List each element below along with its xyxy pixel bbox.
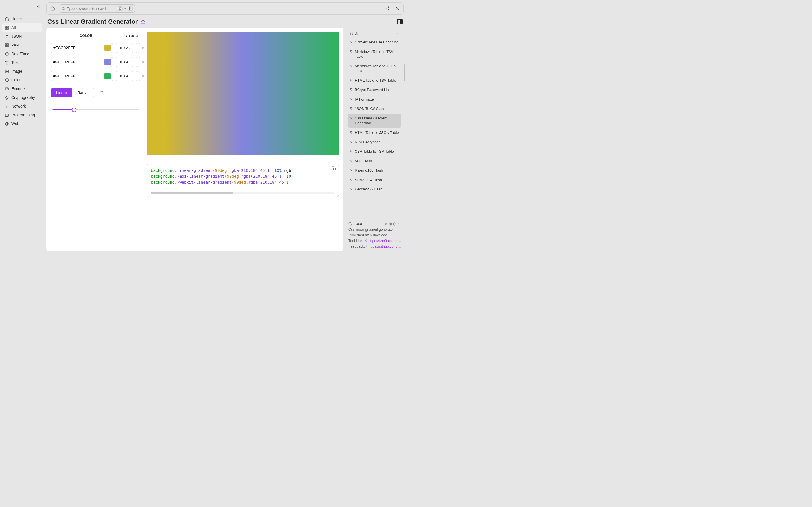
share-icon[interactable]	[384, 5, 391, 12]
bolt-icon	[384, 222, 388, 226]
rail-item[interactable]: SHA3_384 Hash	[348, 175, 402, 184]
slider-thumb[interactable]	[72, 108, 77, 112]
sidebar-item-cryptography[interactable]: Cryptography	[2, 93, 42, 102]
hex-field[interactable]	[53, 60, 103, 64]
sidebar-item-label: Text	[11, 60, 18, 65]
sidebar-item-date-time[interactable]: Date/Time	[2, 50, 42, 58]
sidebar-item-yaml[interactable]: YAML	[2, 41, 42, 49]
sidebar-item-web[interactable]: Web	[2, 119, 42, 128]
color-hex-input[interactable]	[51, 57, 113, 67]
sidebar-item-text[interactable]: Text	[2, 58, 42, 67]
delete-row-icon[interactable]: ✕	[142, 46, 145, 50]
color-hex-input[interactable]	[51, 43, 113, 53]
rail-item[interactable]: Signed Binary Converter	[348, 194, 402, 195]
sidebar-item-network[interactable]: Network	[2, 102, 42, 110]
stop-input[interactable]	[136, 57, 140, 67]
rail-item[interactable]: RC4 Decryption	[348, 138, 402, 147]
rail-item[interactable]: IP Formatter	[348, 95, 402, 104]
delete-row-icon[interactable]: ✕	[142, 60, 145, 64]
sidebar-item-json[interactable]: JSON	[2, 32, 42, 41]
rail-item[interactable]: JSON To C# Class	[348, 104, 402, 113]
shortcut-cmd: ⌘	[117, 6, 123, 11]
rail-category-dropdown[interactable]: All	[348, 30, 402, 38]
svg-rect-5	[7, 43, 8, 45]
color-swatch[interactable]	[104, 73, 110, 79]
svg-rect-4	[5, 43, 6, 45]
rail-item[interactable]: Css Linear Gradient Generator	[348, 114, 402, 128]
sidebar-item-all[interactable]: All	[2, 23, 42, 32]
refresh-icon[interactable]	[100, 91, 104, 95]
copy-icon[interactable]	[332, 166, 336, 170]
sidebar-item-label: Color	[11, 78, 20, 82]
sidebar-item-programming[interactable]: Programming	[2, 111, 42, 119]
svg-line-29	[387, 7, 389, 8]
rail-item[interactable]: Ripemd160 Hash	[348, 166, 402, 175]
sidebar-item-image[interactable]: Image	[2, 67, 42, 75]
image-icon	[4, 69, 9, 73]
color-icon	[4, 78, 9, 82]
color-format-select[interactable]: HEXA⌄	[116, 57, 133, 67]
search-box[interactable]: ⌘ + K	[59, 4, 135, 13]
color-format-select[interactable]: HEXA⌄	[116, 71, 133, 81]
home-icon	[4, 17, 9, 21]
svg-rect-2	[5, 28, 6, 29]
feedback-value[interactable]: https://github.com/…	[368, 244, 401, 248]
code-line-3: background:-webkit-linear-gradient(90deg…	[151, 179, 335, 185]
svg-point-28	[388, 9, 389, 10]
search-input[interactable]	[67, 6, 115, 11]
home-button[interactable]	[49, 5, 56, 12]
rail-item[interactable]: HTML Table to JSON Table	[348, 128, 402, 137]
chevron-down-icon[interactable]	[398, 222, 401, 226]
copy-link-icon[interactable]	[364, 239, 367, 242]
color-hex-input[interactable]	[51, 71, 113, 81]
sidebar-item-encode[interactable]: Encode	[2, 84, 42, 93]
rail-item-label: Markdown Table to TSV Table	[355, 49, 400, 59]
rail-item[interactable]: MD5 Hash	[348, 157, 402, 166]
collapse-sidebar-icon[interactable]	[37, 4, 41, 8]
code-line-2: background:-moz-linear-gradient(90deg,rg…	[151, 173, 335, 179]
sidebar-item-color[interactable]: Color	[2, 76, 42, 84]
rail-item-label: Convert Text File Encoding	[355, 40, 398, 45]
rail-scrollbar[interactable]	[404, 64, 405, 81]
tool-description: Css linear gradient generator	[349, 228, 401, 231]
sidebar-item-label: JSON	[11, 34, 22, 39]
svg-point-24	[62, 7, 64, 10]
rail-item[interactable]: Markdown Table to JSON Table	[348, 62, 402, 75]
toollink-value[interactable]: https://t.he3app.co…	[368, 239, 401, 243]
mode-linear-button[interactable]: Linear	[51, 88, 72, 97]
stop-input[interactable]	[136, 43, 140, 53]
rail-item[interactable]: BCrypt Password Hash	[348, 86, 402, 94]
color-swatch[interactable]	[104, 59, 110, 65]
rail-item[interactable]: Keccak256 Hash	[348, 185, 402, 194]
rail-item-label: JSON To C# Class	[355, 106, 385, 111]
rail-item[interactable]: Markdown Table to TSV Table	[348, 47, 402, 61]
color-stop-row: HEXA⌄✕	[51, 71, 141, 81]
color-format-select[interactable]: HEXA⌄	[116, 43, 133, 53]
format-value: HEXA	[118, 46, 128, 50]
rail-item[interactable]: HTML Table to TSV Table	[348, 76, 402, 85]
hex-field[interactable]	[53, 46, 103, 50]
hex-field[interactable]	[53, 74, 103, 78]
profile-icon[interactable]	[394, 5, 401, 12]
topbar: ⌘ + K	[46, 2, 404, 15]
rail-item-label: Keccak256 Hash	[355, 187, 382, 192]
svg-rect-0	[5, 26, 6, 27]
favorite-star-icon[interactable]	[140, 19, 146, 24]
published-value: 6 days ago	[370, 233, 387, 237]
layout-toggle-icon[interactable]	[397, 19, 403, 24]
delete-row-icon[interactable]: ✕	[142, 74, 145, 78]
rail-item-label: IP Formatter	[355, 97, 375, 102]
stop-input[interactable]	[136, 71, 140, 81]
svg-rect-42	[365, 240, 367, 241]
rail-item[interactable]: Convert Text File Encoding	[348, 38, 402, 47]
mode-radial-button[interactable]: Radial	[72, 88, 94, 97]
angle-slider[interactable]	[51, 107, 141, 113]
add-stop-icon[interactable]: ＋	[135, 34, 139, 39]
rail-item[interactable]: CSV Table to TSV Table	[348, 147, 402, 156]
sidebar-item-label: Web	[11, 121, 19, 126]
code-horizontal-scrollbar[interactable]	[151, 192, 335, 194]
sidebar-item-label: Home	[11, 17, 22, 21]
color-swatch[interactable]	[104, 45, 110, 51]
sidebar-item-home[interactable]: Home	[2, 15, 42, 23]
feedback-icon[interactable]	[366, 244, 367, 247]
